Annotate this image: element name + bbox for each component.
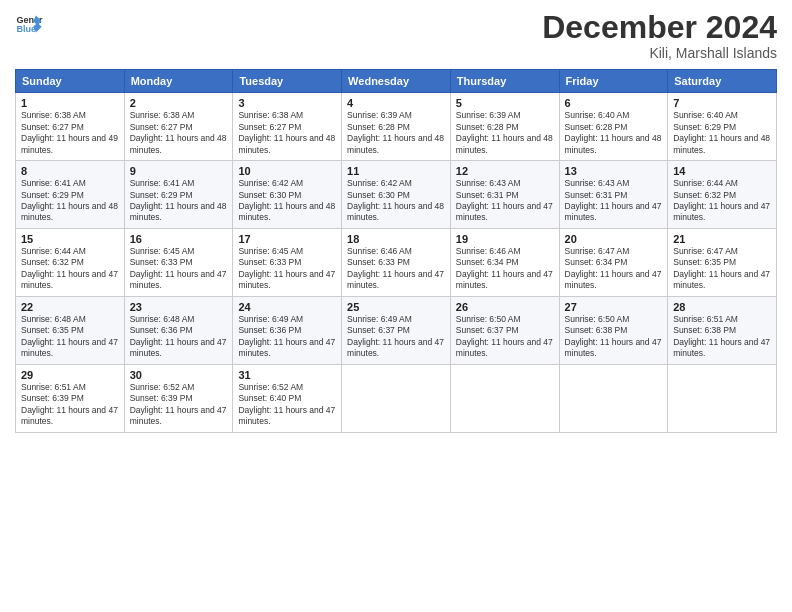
cell-2-4: 11 Sunrise: 6:42 AM Sunset: 6:30 PM Dayl… [342,161,451,229]
day-info: Sunrise: 6:52 AM Sunset: 6:39 PM Dayligh… [130,382,228,428]
logo-icon: General Blue [15,10,43,38]
day-info: Sunrise: 6:39 AM Sunset: 6:28 PM Dayligh… [347,110,445,156]
cell-5-4 [342,364,451,432]
cell-4-3: 24 Sunrise: 6:49 AM Sunset: 6:36 PM Dayl… [233,296,342,364]
cell-3-1: 15 Sunrise: 6:44 AM Sunset: 6:32 PM Dayl… [16,228,125,296]
title-block: December 2024 Kili, Marshall Islands [542,10,777,61]
cell-4-1: 22 Sunrise: 6:48 AM Sunset: 6:35 PM Dayl… [16,296,125,364]
cell-1-7: 7 Sunrise: 6:40 AM Sunset: 6:29 PM Dayli… [668,93,777,161]
day-info: Sunrise: 6:47 AM Sunset: 6:35 PM Dayligh… [673,246,771,292]
day-number: 17 [238,233,336,245]
col-friday: Friday [559,70,668,93]
day-number: 18 [347,233,445,245]
calendar-table: Sunday Monday Tuesday Wednesday Thursday… [15,69,777,432]
day-number: 26 [456,301,554,313]
header-row: Sunday Monday Tuesday Wednesday Thursday… [16,70,777,93]
cell-4-7: 28 Sunrise: 6:51 AM Sunset: 6:38 PM Dayl… [668,296,777,364]
day-number: 16 [130,233,228,245]
week-row-4: 22 Sunrise: 6:48 AM Sunset: 6:35 PM Dayl… [16,296,777,364]
day-info: Sunrise: 6:48 AM Sunset: 6:35 PM Dayligh… [21,314,119,360]
day-info: Sunrise: 6:42 AM Sunset: 6:30 PM Dayligh… [347,178,445,224]
cell-4-6: 27 Sunrise: 6:50 AM Sunset: 6:38 PM Dayl… [559,296,668,364]
cell-5-5 [450,364,559,432]
col-wednesday: Wednesday [342,70,451,93]
cell-4-4: 25 Sunrise: 6:49 AM Sunset: 6:37 PM Dayl… [342,296,451,364]
cell-3-3: 17 Sunrise: 6:45 AM Sunset: 6:33 PM Dayl… [233,228,342,296]
cell-2-1: 8 Sunrise: 6:41 AM Sunset: 6:29 PM Dayli… [16,161,125,229]
day-number: 15 [21,233,119,245]
day-number: 11 [347,165,445,177]
day-info: Sunrise: 6:46 AM Sunset: 6:33 PM Dayligh… [347,246,445,292]
page: General Blue December 2024 Kili, Marshal… [0,0,792,612]
week-row-3: 15 Sunrise: 6:44 AM Sunset: 6:32 PM Dayl… [16,228,777,296]
day-info: Sunrise: 6:44 AM Sunset: 6:32 PM Dayligh… [21,246,119,292]
cell-5-2: 30 Sunrise: 6:52 AM Sunset: 6:39 PM Dayl… [124,364,233,432]
logo: General Blue [15,10,43,38]
calendar-title: December 2024 [542,10,777,45]
day-number: 20 [565,233,663,245]
day-info: Sunrise: 6:49 AM Sunset: 6:37 PM Dayligh… [347,314,445,360]
day-number: 14 [673,165,771,177]
day-info: Sunrise: 6:39 AM Sunset: 6:28 PM Dayligh… [456,110,554,156]
svg-text:Blue: Blue [16,24,36,34]
cell-3-2: 16 Sunrise: 6:45 AM Sunset: 6:33 PM Dayl… [124,228,233,296]
day-number: 27 [565,301,663,313]
day-number: 10 [238,165,336,177]
cell-5-6 [559,364,668,432]
day-info: Sunrise: 6:41 AM Sunset: 6:29 PM Dayligh… [130,178,228,224]
day-info: Sunrise: 6:51 AM Sunset: 6:39 PM Dayligh… [21,382,119,428]
cell-2-6: 13 Sunrise: 6:43 AM Sunset: 6:31 PM Dayl… [559,161,668,229]
week-row-2: 8 Sunrise: 6:41 AM Sunset: 6:29 PM Dayli… [16,161,777,229]
col-monday: Monday [124,70,233,93]
col-tuesday: Tuesday [233,70,342,93]
cell-2-2: 9 Sunrise: 6:41 AM Sunset: 6:29 PM Dayli… [124,161,233,229]
cell-2-3: 10 Sunrise: 6:42 AM Sunset: 6:30 PM Dayl… [233,161,342,229]
cell-5-7 [668,364,777,432]
day-number: 13 [565,165,663,177]
cell-3-5: 19 Sunrise: 6:46 AM Sunset: 6:34 PM Dayl… [450,228,559,296]
day-info: Sunrise: 6:43 AM Sunset: 6:31 PM Dayligh… [565,178,663,224]
cell-3-7: 21 Sunrise: 6:47 AM Sunset: 6:35 PM Dayl… [668,228,777,296]
cell-4-5: 26 Sunrise: 6:50 AM Sunset: 6:37 PM Dayl… [450,296,559,364]
day-number: 24 [238,301,336,313]
day-info: Sunrise: 6:41 AM Sunset: 6:29 PM Dayligh… [21,178,119,224]
day-info: Sunrise: 6:49 AM Sunset: 6:36 PM Dayligh… [238,314,336,360]
day-info: Sunrise: 6:46 AM Sunset: 6:34 PM Dayligh… [456,246,554,292]
col-thursday: Thursday [450,70,559,93]
col-sunday: Sunday [16,70,125,93]
cell-2-5: 12 Sunrise: 6:43 AM Sunset: 6:31 PM Dayl… [450,161,559,229]
cell-1-1: 1 Sunrise: 6:38 AM Sunset: 6:27 PM Dayli… [16,93,125,161]
day-info: Sunrise: 6:52 AM Sunset: 6:40 PM Dayligh… [238,382,336,428]
cell-1-4: 4 Sunrise: 6:39 AM Sunset: 6:28 PM Dayli… [342,93,451,161]
cell-3-4: 18 Sunrise: 6:46 AM Sunset: 6:33 PM Dayl… [342,228,451,296]
day-info: Sunrise: 6:47 AM Sunset: 6:34 PM Dayligh… [565,246,663,292]
day-info: Sunrise: 6:38 AM Sunset: 6:27 PM Dayligh… [21,110,119,156]
day-number: 21 [673,233,771,245]
day-number: 31 [238,369,336,381]
day-info: Sunrise: 6:44 AM Sunset: 6:32 PM Dayligh… [673,178,771,224]
day-info: Sunrise: 6:45 AM Sunset: 6:33 PM Dayligh… [238,246,336,292]
day-info: Sunrise: 6:38 AM Sunset: 6:27 PM Dayligh… [130,110,228,156]
week-row-5: 29 Sunrise: 6:51 AM Sunset: 6:39 PM Dayl… [16,364,777,432]
week-row-1: 1 Sunrise: 6:38 AM Sunset: 6:27 PM Dayli… [16,93,777,161]
day-info: Sunrise: 6:45 AM Sunset: 6:33 PM Dayligh… [130,246,228,292]
cell-1-6: 6 Sunrise: 6:40 AM Sunset: 6:28 PM Dayli… [559,93,668,161]
calendar-subtitle: Kili, Marshall Islands [542,45,777,61]
day-number: 8 [21,165,119,177]
day-number: 3 [238,97,336,109]
day-info: Sunrise: 6:38 AM Sunset: 6:27 PM Dayligh… [238,110,336,156]
cell-1-3: 3 Sunrise: 6:38 AM Sunset: 6:27 PM Dayli… [233,93,342,161]
cell-1-2: 2 Sunrise: 6:38 AM Sunset: 6:27 PM Dayli… [124,93,233,161]
day-info: Sunrise: 6:40 AM Sunset: 6:29 PM Dayligh… [673,110,771,156]
day-number: 4 [347,97,445,109]
day-number: 30 [130,369,228,381]
cell-3-6: 20 Sunrise: 6:47 AM Sunset: 6:34 PM Dayl… [559,228,668,296]
day-number: 1 [21,97,119,109]
cell-2-7: 14 Sunrise: 6:44 AM Sunset: 6:32 PM Dayl… [668,161,777,229]
day-number: 19 [456,233,554,245]
day-info: Sunrise: 6:50 AM Sunset: 6:38 PM Dayligh… [565,314,663,360]
day-info: Sunrise: 6:48 AM Sunset: 6:36 PM Dayligh… [130,314,228,360]
day-number: 2 [130,97,228,109]
day-info: Sunrise: 6:50 AM Sunset: 6:37 PM Dayligh… [456,314,554,360]
day-number: 6 [565,97,663,109]
